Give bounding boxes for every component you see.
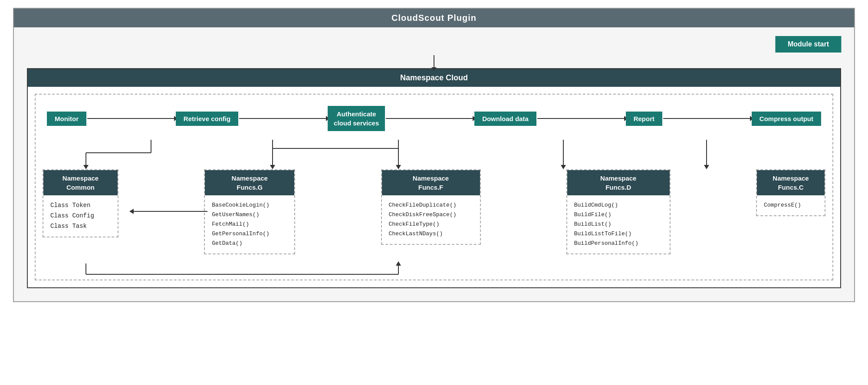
ns-funcs-d-item-1: BuildCmdLog() — [574, 201, 663, 210]
namespace-cloud-header: Namespace Cloud — [28, 69, 840, 87]
ns-funcs-g-item-2: GetUserNames() — [212, 210, 287, 220]
namespace-cloud-body: Monitor Retrieve config Authenticateclou… — [35, 94, 833, 280]
node-report: Report — [626, 112, 662, 126]
ns-funcs-g-item-5: GetData() — [212, 239, 287, 248]
node-retrieve-config: Retrieve config — [176, 112, 238, 126]
ns-funcs-g-item-3: FetchMail() — [212, 220, 287, 229]
top-arrow-spacer — [43, 140, 825, 169]
module-start-wrapper: Module start — [27, 36, 841, 68]
ns-funcs-f-item-4: CheckLastNDays() — [389, 229, 473, 239]
bottom-diagram-area: NamespaceCommon Class Token Class Config… — [43, 140, 825, 280]
ns-common-item-3: Class Task — [50, 221, 111, 232]
ns-funcs-c-item-1: CompressE() — [764, 201, 818, 210]
plugin-title: CloudScout Plugin — [14, 9, 854, 27]
node-download-data: Download data — [474, 112, 536, 126]
namespace-boxes-row: NamespaceCommon Class Token Class Config… — [43, 169, 825, 267]
arrow-retrieve-to-auth — [239, 118, 327, 119]
ns-common-item-1: Class Token — [50, 201, 111, 211]
arrow-module-to-cloud — [27, 53, 841, 68]
ns-funcs-d-item-2: BuildFile() — [574, 210, 663, 220]
ns-funcs-c-header: NamespaceFuncs.C — [757, 170, 825, 195]
ns-funcs-f-item-2: CheckDiskFreeSpace() — [389, 210, 473, 220]
ns-funcs-g-header: NamespaceFuncs.G — [205, 170, 294, 195]
ns-funcs-d-body: BuildCmdLog() BuildFile() BuildList() Bu… — [567, 195, 670, 253]
inner-content: Module start Namespace Cloud Monitor Ret… — [14, 27, 854, 301]
ns-funcs-f-item-3: CheckFileType() — [389, 220, 473, 229]
ns-funcs-c-box: NamespaceFuncs.C CompressE() — [756, 169, 825, 216]
ns-funcs-g-body: BaseCookieLogin() GetUserNames() FetchMa… — [205, 195, 294, 253]
ns-funcs-d-item-5: BuildPersonalInfo() — [574, 239, 663, 248]
arrow-auth-to-download — [386, 118, 473, 119]
ns-funcs-g-item-4: GetPersonalInfo() — [212, 229, 287, 239]
bottom-arrow-spacer — [43, 267, 825, 280]
ns-funcs-d-box: NamespaceFuncs.D BuildCmdLog() BuildFile… — [566, 169, 671, 254]
node-monitor: Monitor — [47, 112, 86, 126]
node-compress-output: Compress output — [752, 112, 821, 126]
ns-common-header: NamespaceCommon — [43, 170, 118, 195]
ns-funcs-d-item-3: BuildList() — [574, 220, 663, 229]
ns-funcs-f-item-1: CheckFileDuplicate() — [389, 201, 473, 210]
module-start-node: Module start — [776, 36, 841, 53]
vertical-arrow-line — [434, 55, 434, 68]
arrow-monitor-to-retrieve — [87, 118, 175, 119]
ns-common-box: NamespaceCommon Class Token Class Config… — [43, 169, 118, 237]
ns-funcs-f-body: CheckFileDuplicate() CheckDiskFreeSpace(… — [382, 195, 480, 244]
ns-funcs-c-body: CompressE() — [757, 195, 825, 215]
ns-funcs-g-item-1: BaseCookieLogin() — [212, 201, 287, 210]
ns-funcs-g-box: NamespaceFuncs.G BaseCookieLogin() GetUs… — [204, 169, 295, 254]
outer-container: CloudScout Plugin Module start Namespace… — [13, 8, 855, 302]
arrow-download-to-report — [537, 118, 625, 119]
namespace-cloud-container: Namespace Cloud Monitor Retrieve config … — [27, 68, 841, 288]
node-authenticate: Authenticatecloud services — [328, 106, 385, 131]
ns-funcs-d-header: NamespaceFuncs.D — [567, 170, 670, 195]
ns-common-body: Class Token Class Config Class Task — [43, 195, 118, 237]
ns-funcs-f-header: NamespaceFuncs.F — [382, 170, 480, 195]
ns-common-item-2: Class Config — [50, 211, 111, 221]
ns-funcs-d-item-4: BuildListToFile() — [574, 229, 663, 239]
top-process-row: Monitor Retrieve config Authenticateclou… — [43, 102, 825, 140]
arrow-report-to-compress — [663, 118, 751, 119]
ns-funcs-f-box: NamespaceFuncs.F CheckFileDuplicate() Ch… — [381, 169, 481, 245]
